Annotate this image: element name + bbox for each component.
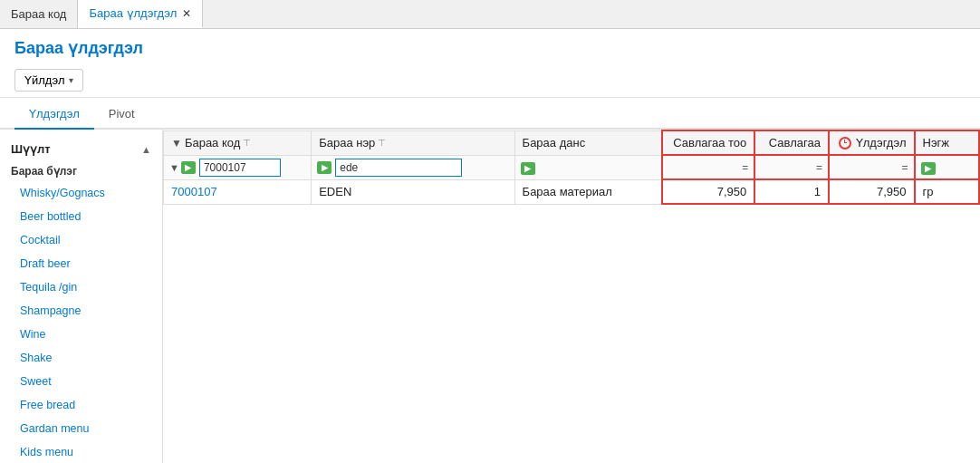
green-icon-kod: ▶ (181, 161, 196, 174)
green-icon-ner: ▶ (317, 161, 331, 174)
col-header-savlagaa-too[interactable]: Савлагаа тоо (662, 130, 754, 155)
tab-pivot-label: Pivot (109, 107, 135, 121)
sidebar-item-shake[interactable]: Shake (0, 346, 162, 370)
sidebar: Шүүлт ▲ Бараа бүлэг Whisky/Gognacs Beer … (0, 130, 163, 463)
sidebar-filter-label: Шүүлт (11, 142, 51, 156)
tab-baraa-uldegdel[interactable]: Бараа үлдэгдэл ✕ (78, 0, 203, 28)
col-header-savlagaa[interactable]: Савлагаа (754, 130, 829, 155)
action-dropdown[interactable]: Үйлдэл ▾ (14, 69, 83, 92)
main-layout: Шүүлт ▲ Бараа бүлэг Whisky/Gognacs Beer … (0, 130, 980, 463)
sidebar-item-gardan-menu[interactable]: Gardan menu (0, 417, 162, 440)
filter-input-baraa-ner[interactable] (335, 159, 462, 177)
baraa-ner-value: EDEN (319, 185, 351, 198)
filter-input-baraa-kod[interactable] (199, 159, 281, 177)
close-tab-icon[interactable]: ✕ (182, 7, 191, 20)
tab-uldegdel-label: Үлдэгдэл (29, 107, 80, 121)
sidebar-item-free-bread[interactable]: Free bread (0, 393, 162, 417)
sort-icon-baraa-ner: ⊤ (378, 138, 386, 148)
green-icon-negj: ▶ (921, 162, 936, 175)
savlagaa-too-value: 7,950 (717, 185, 747, 198)
baraa-kod-link[interactable]: 7000107 (171, 185, 217, 198)
sidebar-item-sweet[interactable]: Sweet (0, 370, 162, 393)
col-negj-label: Нэгж (923, 136, 949, 150)
tab-uldegdel[interactable]: Үлдэгдэл (14, 100, 94, 130)
tab-bar: Бараа код Бараа үлдэгдэл ✕ (0, 0, 980, 29)
action-dropdown-label: Үйлдэл (24, 73, 65, 87)
collapse-icon[interactable]: ▲ (141, 144, 151, 155)
sub-tabs: Үлдэгдэл Pivot (0, 100, 980, 130)
uldegdel-value: 7,950 (877, 185, 907, 198)
sidebar-group-label: Бараа бүлэг (0, 161, 162, 181)
sidebar-item-cocktail[interactable]: Cocktail (0, 228, 162, 252)
cell-baraa-kod: 7000107 (164, 179, 312, 204)
filter-cell-savlagaa-too: = (662, 155, 754, 179)
sidebar-item-shampagne[interactable]: Shampagne (0, 299, 162, 323)
filter-cell-baraa-kod: ▼ ▶ (164, 155, 312, 179)
sort-icon-baraa-kod: ⊤ (243, 138, 251, 148)
sidebar-item-kids-menu[interactable]: Kids menu (0, 440, 162, 463)
eq-uldegdel: = (902, 161, 908, 174)
tab-baraa-uldegdel-label: Бараа үлдэгдэл (89, 6, 177, 20)
page-header: Бараа үлдэгдэл (0, 29, 980, 63)
filter-icon: ▼ (171, 137, 182, 150)
filter-cell-baraa-ner: ▶ (312, 155, 514, 179)
sidebar-item-wine[interactable]: Wine (0, 323, 162, 346)
eq-savlagaa: = (816, 161, 822, 174)
col-savlagaa-too-label: Савлагаа тоо (673, 136, 746, 150)
cell-baraa-dans: Бараа материал (514, 179, 662, 204)
filter-cell-negj: ▶ (915, 155, 979, 179)
cell-baraa-ner: EDEN (312, 179, 514, 204)
toolbar: Үйлдэл ▾ (0, 63, 980, 98)
table-filter-row: ▼ ▶ ▶ ▶ (164, 155, 980, 179)
chevron-down-icon: ▾ (69, 75, 73, 85)
cell-savlagaa-too: 7,950 (662, 179, 754, 204)
sidebar-item-whisky[interactable]: Whisky/Gognacs (0, 181, 162, 205)
col-baraa-dans-label: Бараа данс (523, 136, 586, 150)
clock-icon (839, 137, 851, 150)
content-area: ▼ Бараа код ⊤ Бараа нэр ⊤ (163, 130, 980, 463)
tab-baraa-kod[interactable]: Бараа код (0, 0, 78, 28)
table-row: 7000107 EDEN Бараа материал 7,950 1 (164, 179, 980, 204)
eq-savlagaa-too: = (742, 161, 748, 174)
col-header-uldegdel[interactable]: Үлдэгдэл (829, 130, 915, 155)
cell-uldegdel: 7,950 (829, 179, 915, 204)
filter-cell-uldegdel: = (829, 155, 915, 179)
table-header-row: ▼ Бараа код ⊤ Бараа нэр ⊤ (164, 130, 980, 155)
col-header-baraa-kod[interactable]: ▼ Бараа код ⊤ (164, 130, 312, 155)
page-title: Бараа үлдэгдэл (14, 38, 966, 58)
col-header-baraa-ner[interactable]: Бараа нэр ⊤ (312, 130, 514, 155)
filter-cell-savlagaa: = (754, 155, 829, 179)
cell-negj: гр (915, 179, 979, 204)
col-uldegdel-label: Үлдэгдэл (856, 136, 907, 150)
green-icon-dans: ▶ (521, 162, 535, 175)
col-savlagaa-label: Савлагаа (769, 136, 821, 150)
negj-value: гр (923, 185, 934, 198)
baraa-dans-value: Бараа материал (523, 185, 612, 198)
tab-pivot[interactable]: Pivot (94, 100, 149, 130)
sidebar-item-draft-beer[interactable]: Draft beer (0, 252, 162, 275)
col-header-baraa-dans[interactable]: Бараа данс (514, 130, 662, 155)
col-header-negj[interactable]: Нэгж (915, 130, 979, 155)
sidebar-item-tequila[interactable]: Tequila /gin (0, 275, 162, 299)
sidebar-item-beer-bottled[interactable]: Beer bottled (0, 205, 162, 228)
tab-baraa-kod-label: Бараа код (11, 7, 66, 21)
cell-savlagaa: 1 (754, 179, 829, 204)
savlagaa-value: 1 (814, 185, 821, 198)
filter-cell-baraa-dans: ▶ (514, 155, 662, 179)
sidebar-header: Шүүлт ▲ (0, 137, 162, 161)
filter-row-icon: ▼ (169, 162, 179, 173)
data-table: ▼ Бараа код ⊤ Бараа нэр ⊤ (163, 130, 980, 205)
col-baraa-ner-label: Бараа нэр (319, 136, 375, 150)
col-baraa-kod-label: Бараа код (185, 136, 240, 150)
